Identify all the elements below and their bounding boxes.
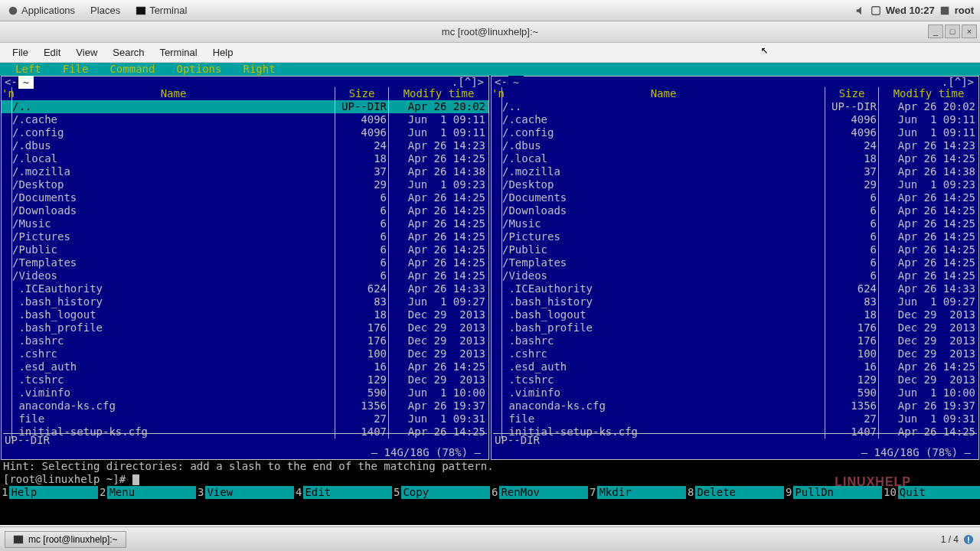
- table-row[interactable]: .bashrc176Dec 29 2013: [2, 334, 488, 347]
- fkey-delete[interactable]: 8Delete: [686, 486, 784, 499]
- table-row[interactable]: /Pictures6Apr 26 14:25: [492, 230, 978, 243]
- table-row[interactable]: /Music6Apr 26 14:25: [492, 217, 978, 230]
- table-row[interactable]: .tcshrc129Dec 29 2013: [492, 373, 978, 386]
- table-row[interactable]: .bashrc176Dec 29 2013: [492, 334, 978, 347]
- col-size[interactable]: Size: [335, 87, 389, 100]
- fkey-edit[interactable]: 4Edit: [294, 486, 392, 499]
- table-row[interactable]: /.cache4096Jun 1 09:11: [2, 113, 488, 126]
- applications-menu[interactable]: Applications: [0, 5, 83, 16]
- menu-view[interactable]: View: [68, 47, 105, 58]
- fkey-help[interactable]: 1Help: [0, 486, 98, 499]
- mc-menu-right[interactable]: Right: [232, 63, 286, 76]
- left-panel[interactable]: <- ~ .[^]> 'n Name Size Modify time /..U…: [0, 76, 490, 460]
- table-row[interactable]: .cshrc100Dec 29 2013: [2, 347, 488, 360]
- table-row[interactable]: /Videos6Apr 26 14:25: [492, 269, 978, 282]
- table-row[interactable]: /Music6Apr 26 14:25: [2, 217, 488, 230]
- table-row[interactable]: /Desktop29Jun 1 09:23: [2, 178, 488, 191]
- table-row[interactable]: /Downloads6Apr 26 14:25: [492, 204, 978, 217]
- menu-edit[interactable]: Edit: [36, 47, 68, 58]
- table-row[interactable]: /.mozilla37Apr 26 14:38: [2, 165, 488, 178]
- table-row[interactable]: .bash_logout18Dec 29 2013: [492, 308, 978, 321]
- table-row[interactable]: .esd_auth16Apr 26 14:25: [492, 360, 978, 373]
- col-name[interactable]: Name: [502, 87, 825, 100]
- terminal-app-indicator[interactable]: Terminal: [128, 5, 194, 16]
- table-row[interactable]: .bash_history83Jun 1 09:27: [492, 295, 978, 308]
- col-name[interactable]: Name: [12, 87, 335, 100]
- mc-menu-file[interactable]: File: [52, 63, 100, 76]
- table-row[interactable]: /Documents6Apr 26 14:25: [2, 191, 488, 204]
- right-panel[interactable]: <- ~ .[^]> 'n Name Size Modify time /..U…: [490, 76, 980, 460]
- table-row[interactable]: /Public6Apr 26 14:25: [2, 243, 488, 256]
- table-row[interactable]: .bash_history83Jun 1 09:27: [2, 295, 488, 308]
- menu-help[interactable]: Help: [205, 47, 241, 58]
- col-size[interactable]: Size: [825, 87, 879, 100]
- menu-terminal[interactable]: Terminal: [152, 47, 205, 58]
- table-row[interactable]: anaconda-ks.cfg1356Apr 26 19:37: [2, 399, 488, 412]
- col-n[interactable]: 'n: [492, 87, 502, 100]
- table-row[interactable]: anaconda-ks.cfg1356Apr 26 19:37: [492, 399, 978, 412]
- mc-menubar: Left File Command Options Right: [0, 63, 980, 76]
- fkey-pulldn[interactable]: 9PullDn: [784, 486, 882, 499]
- table-row[interactable]: /.config4096Jun 1 09:11: [2, 126, 488, 139]
- table-row[interactable]: /..UP--DIRApr 26 20:02: [492, 100, 978, 113]
- accessibility-icon[interactable]: [871, 5, 881, 16]
- table-row[interactable]: file27Jun 1 09:31: [492, 412, 978, 425]
- table-row[interactable]: .bash_logout18Dec 29 2013: [2, 308, 488, 321]
- table-row[interactable]: .ICEauthority624Apr 26 14:33: [492, 282, 978, 295]
- close-button[interactable]: ×: [962, 24, 977, 38]
- fkey-view[interactable]: 3View: [196, 486, 294, 499]
- table-row[interactable]: .bash_profile176Dec 29 2013: [2, 321, 488, 334]
- table-row[interactable]: .esd_auth16Apr 26 14:25: [2, 360, 488, 373]
- table-row[interactable]: /.dbus24Apr 26 14:23: [2, 139, 488, 152]
- mc-menu-command[interactable]: Command: [99, 63, 165, 76]
- right-file-list[interactable]: /..UP--DIRApr 26 20:02/.cache4096Jun 1 0…: [492, 100, 978, 439]
- right-path[interactable]: ~: [508, 76, 524, 89]
- maximize-button[interactable]: □: [945, 24, 960, 38]
- menu-file[interactable]: File: [5, 47, 36, 58]
- user-label[interactable]: root: [955, 5, 974, 16]
- left-file-list[interactable]: /..UP--DIRApr 26 20:02/.cache4096Jun 1 0…: [2, 100, 488, 439]
- table-row[interactable]: /Downloads6Apr 26 14:25: [2, 204, 488, 217]
- taskbar-task[interactable]: mc [root@linuxhelp]:~: [5, 531, 126, 548]
- left-path[interactable]: ~: [18, 76, 34, 89]
- table-row[interactable]: /Templates6Apr 26 14:25: [2, 256, 488, 269]
- clock[interactable]: Wed 10:27: [886, 5, 935, 16]
- places-menu[interactable]: Places: [83, 5, 128, 16]
- shell-prompt[interactable]: [root@linuxhelp ~]#: [3, 473, 977, 486]
- workspace-pager[interactable]: 1 / 4: [941, 534, 980, 545]
- table-row[interactable]: /.mozilla37Apr 26 14:38: [492, 165, 978, 178]
- table-row[interactable]: /.config4096Jun 1 09:11: [492, 126, 978, 139]
- table-row[interactable]: .bash_profile176Dec 29 2013: [492, 321, 978, 334]
- menu-search[interactable]: Search: [105, 47, 152, 58]
- table-row[interactable]: /.local18Apr 26 14:25: [2, 152, 488, 165]
- table-row[interactable]: /Public6Apr 26 14:25: [492, 243, 978, 256]
- fkey-renmov[interactable]: 6RenMov: [490, 486, 588, 499]
- volume-icon[interactable]: [855, 5, 866, 16]
- table-row[interactable]: .viminfo590Jun 1 10:00: [492, 386, 978, 399]
- fkey-copy[interactable]: 5Copy: [392, 486, 490, 499]
- fkey-menu[interactable]: 2Menu: [98, 486, 196, 499]
- fkey-quit[interactable]: 10Quit: [882, 486, 980, 499]
- col-time[interactable]: Modify time: [389, 87, 488, 100]
- table-row[interactable]: /Documents6Apr 26 14:25: [492, 191, 978, 204]
- table-row[interactable]: .tcshrc129Dec 29 2013: [2, 373, 488, 386]
- mc-menu-left[interactable]: Left: [5, 63, 52, 76]
- fkey-mkdir[interactable]: 7Mkdir: [588, 486, 686, 499]
- table-row[interactable]: /Videos6Apr 26 14:25: [2, 269, 488, 282]
- table-row[interactable]: /Desktop29Jun 1 09:23: [492, 178, 978, 191]
- table-row[interactable]: /..UP--DIRApr 26 20:02: [2, 100, 488, 113]
- notification-icon[interactable]: [963, 534, 974, 545]
- table-row[interactable]: /Templates6Apr 26 14:25: [492, 256, 978, 269]
- table-row[interactable]: .cshrc100Dec 29 2013: [492, 347, 978, 360]
- col-time[interactable]: Modify time: [879, 87, 978, 100]
- minimize-button[interactable]: _: [928, 24, 943, 38]
- table-row[interactable]: file27Jun 1 09:31: [2, 412, 488, 425]
- table-row[interactable]: .ICEauthority624Apr 26 14:33: [2, 282, 488, 295]
- table-row[interactable]: /.dbus24Apr 26 14:23: [492, 139, 978, 152]
- col-n[interactable]: 'n: [2, 87, 12, 100]
- table-row[interactable]: /.cache4096Jun 1 09:11: [492, 113, 978, 126]
- table-row[interactable]: .viminfo590Jun 1 10:00: [2, 386, 488, 399]
- mc-menu-options[interactable]: Options: [165, 63, 232, 76]
- table-row[interactable]: /Pictures6Apr 26 14:25: [2, 230, 488, 243]
- table-row[interactable]: /.local18Apr 26 14:25: [492, 152, 978, 165]
